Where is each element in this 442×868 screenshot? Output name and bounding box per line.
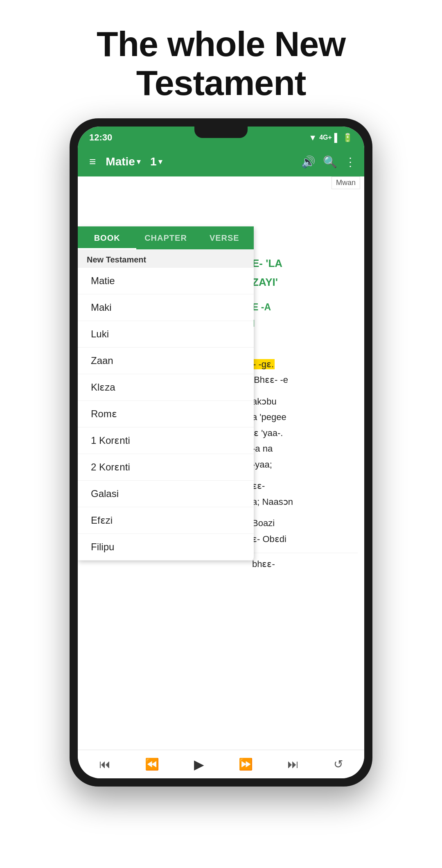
bible-heading-2: ZAYI' (252, 273, 358, 292)
bible-verse-11: ɛ- Obɛdi (252, 531, 358, 547)
book-caret-icon: ▾ (137, 157, 140, 166)
skip-start-button[interactable]: ⏮ (93, 754, 116, 774)
testament-section-header: New Testament (78, 249, 254, 268)
screen-content: E- 'LA ZAYI' E -A I - -gɛ. 'Bhɛɛ- -e akɔ… (78, 176, 364, 750)
phone-screen: 12:30 ▼ 4G+ ▌ 🔋 ≡ Matie ▾ (78, 127, 364, 778)
book-selector[interactable]: Matie ▾ (106, 155, 140, 168)
tab-chapter[interactable]: CHAPTER (136, 226, 195, 249)
tab-chapter-label: CHAPTER (144, 233, 187, 243)
tab-book[interactable]: BOOK (78, 226, 136, 249)
chapter-caret-icon: ▾ (158, 157, 162, 166)
bible-verse-10: Boazi (252, 515, 358, 531)
wifi-icon: ▼ (309, 133, 317, 142)
list-item[interactable]: Klɛza (78, 374, 254, 401)
phone-wrapper: 12:30 ▼ 4G+ ▌ 🔋 ≡ Matie ▾ (0, 118, 442, 787)
book-list: Matie Maki Luki Zaan Klɛza Romɛ 1 Korɛnt… (78, 268, 254, 561)
bible-verse-8: ɛɛ- (252, 478, 358, 494)
phone-mockup: 12:30 ▼ 4G+ ▌ 🔋 ≡ Matie ▾ (70, 118, 372, 787)
chapter-selector[interactable]: 1 ▾ (150, 155, 162, 168)
bible-verse-7: -yaa; (252, 457, 358, 473)
toolbar-title: Matie ▾ 1 ▾ (106, 155, 295, 168)
signal-bars-icon: ▌ (334, 133, 340, 142)
tab-bar: BOOK CHAPTER VERSE (78, 226, 254, 249)
tab-book-label: BOOK (94, 233, 120, 243)
bible-heading-1: E- 'LA (252, 254, 358, 273)
chapter-label: 1 (150, 155, 157, 168)
list-item[interactable]: Romɛ (78, 401, 254, 427)
list-item[interactable]: Galasi (78, 481, 254, 507)
bible-verse-12: bhɛɛ- (252, 553, 358, 572)
play-button[interactable]: ▶ (188, 753, 210, 775)
bible-verse-1: - -gɛ. (252, 357, 358, 373)
status-time: 12:30 (89, 132, 112, 143)
more-options-icon[interactable]: ⋮ (345, 155, 356, 169)
signal-icon: 4G+ (319, 134, 332, 141)
audio-icon[interactable]: 🔊 (301, 155, 316, 169)
list-item[interactable]: Maki (78, 294, 254, 321)
search-icon[interactable]: 🔍 (323, 155, 337, 169)
list-item[interactable]: Matie (78, 268, 254, 294)
bible-subheading-2: I (252, 315, 358, 332)
fast-forward-button[interactable]: ⏩ (233, 754, 259, 774)
list-item[interactable]: Zaan (78, 348, 254, 374)
bible-verse-2: 'Bhɛɛ- -e (252, 372, 358, 388)
bottom-nav: ⏮ ⏪ ▶ ⏩ ⏭ ↺ (78, 750, 364, 778)
book-dropdown-panel: BOOK CHAPTER VERSE New Testament Matie (78, 226, 254, 561)
menu-button[interactable]: ≡ (86, 152, 99, 172)
repeat-button[interactable]: ↺ (328, 754, 349, 774)
bible-verse-9: a; Naasɔn (252, 494, 358, 510)
list-item[interactable]: Efɛzi (78, 507, 254, 534)
bible-verse-5: 'ɛ 'yaa-. (252, 425, 358, 441)
bible-subheading-1: E -A (252, 299, 358, 315)
battery-icon: 🔋 (343, 133, 353, 142)
tab-verse-label: VERSE (210, 233, 239, 243)
book-label: Matie (106, 155, 135, 168)
bible-text-column: E- 'LA ZAYI' E -A I - -gɛ. 'Bhɛɛ- -e akɔ… (246, 249, 364, 577)
app-toolbar: ≡ Matie ▾ 1 ▾ 🔊 🔍 ⋮ (78, 147, 364, 176)
list-item[interactable]: Luki (78, 321, 254, 348)
list-item[interactable]: 1 Korɛnti (78, 427, 254, 454)
list-item[interactable]: 2 Korɛnti (78, 454, 254, 481)
status-icons: ▼ 4G+ ▌ 🔋 (309, 133, 353, 142)
bible-verse-3: akɔbu (252, 394, 358, 410)
rewind-button[interactable]: ⏪ (139, 754, 165, 774)
toolbar-actions: 🔊 🔍 ⋮ (301, 155, 356, 169)
bible-verse-6: -a na (252, 441, 358, 457)
skip-end-button[interactable]: ⏭ (282, 754, 304, 774)
bible-verse-4: a 'pegee (252, 409, 358, 425)
tab-verse[interactable]: VERSE (195, 226, 254, 249)
page-header: The whole New Testament (0, 0, 442, 118)
list-item[interactable]: Filipu (78, 534, 254, 561)
phone-notch (194, 127, 248, 138)
mwan-label: Mwan (332, 176, 360, 189)
